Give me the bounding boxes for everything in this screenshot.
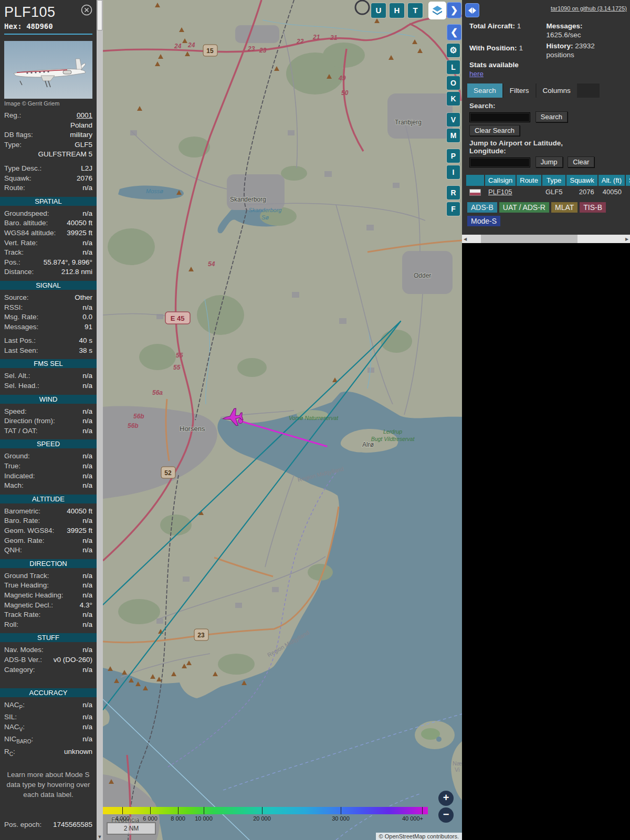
- scroll-right-arrow[interactable]: ▶: [624, 237, 630, 242]
- data-row-label[interactable]: Track:: [4, 248, 24, 258]
- tab-columns[interactable]: Columns: [537, 83, 577, 98]
- map-button-u[interactable]: U: [371, 3, 386, 18]
- hscroll-thumb[interactable]: [481, 235, 578, 243]
- scrollbar-down-arrow[interactable]: ▼: [97, 834, 103, 839]
- data-row-label[interactable]: Pos.:: [4, 258, 20, 268]
- legend-modes[interactable]: Mode-S: [467, 216, 500, 226]
- legend-tisb[interactable]: TIS-B: [580, 202, 606, 213]
- data-row-label[interactable]: TAT / OAT:: [4, 426, 38, 436]
- legend-mlat[interactable]: MLAT: [551, 202, 578, 213]
- map-button-o[interactable]: O: [447, 76, 460, 90]
- collapse-left-button[interactable]: ❮: [447, 24, 461, 40]
- stats-here-link[interactable]: here: [469, 70, 484, 78]
- data-row-label[interactable]: Category:: [4, 665, 35, 675]
- data-row-label[interactable]: Magnetic Heading:: [4, 591, 64, 601]
- data-row-label[interactable]: Squawk:: [4, 174, 32, 184]
- data-row-label[interactable]: QNH:: [4, 545, 22, 555]
- data-row-label[interactable]: Route:: [4, 183, 25, 193]
- map-button-i[interactable]: I: [447, 165, 460, 179]
- data-row-label[interactable]: Roll:: [4, 620, 18, 630]
- data-row-label[interactable]: NACV:: [4, 722, 25, 734]
- data-row-label[interactable]: Barometric:: [4, 507, 40, 517]
- table-row[interactable]: PLF105 GLF5 2076 40050: [466, 187, 630, 197]
- tab-search[interactable]: Search: [467, 83, 502, 98]
- data-row-label[interactable]: Source:: [4, 293, 29, 303]
- expand-right-button[interactable]: ❯: [447, 2, 461, 18]
- close-icon[interactable]: [81, 4, 92, 16]
- data-row-label[interactable]: Mach:: [4, 481, 24, 491]
- data-row-label[interactable]: WGS84 altitude:: [4, 228, 56, 238]
- legend-uat-adsr[interactable]: UAT / ADS-R: [499, 202, 549, 213]
- col-squawk[interactable]: Squawk: [566, 175, 597, 186]
- data-row-label[interactable]: Distance:: [4, 267, 34, 277]
- data-row-label[interactable]: Baro. Rate:: [4, 516, 40, 526]
- data-row-label[interactable]: Last Pos.:: [4, 336, 36, 346]
- jump-button[interactable]: Jump: [536, 156, 563, 167]
- data-row-label[interactable]: Type:: [4, 140, 22, 150]
- map-button-k[interactable]: K: [447, 92, 460, 106]
- zoom-out-button[interactable]: −: [438, 807, 454, 823]
- map-button-t[interactable]: T: [408, 3, 423, 18]
- tab-filters[interactable]: Filters: [503, 83, 536, 98]
- search-button[interactable]: Search: [536, 111, 568, 122]
- data-row-label[interactable]: DB flags:: [4, 130, 33, 140]
- data-row-label[interactable]: Groundspeed:: [4, 209, 49, 219]
- data-row-label[interactable]: Baro. altitude:: [4, 218, 48, 228]
- search-input[interactable]: [469, 112, 530, 122]
- data-row-label[interactable]: Last Seen:: [4, 346, 38, 356]
- data-row-label[interactable]: Indicated:: [4, 471, 35, 481]
- data-row-label[interactable]: Speed:: [4, 407, 27, 417]
- data-row-label[interactable]: Messages:: [4, 322, 38, 332]
- map-button-m[interactable]: M: [447, 129, 460, 142]
- row-callsign-link[interactable]: PLF105: [488, 188, 512, 196]
- col-alt[interactable]: Alt. (ft): [598, 175, 625, 186]
- data-row-label[interactable]: Ground Track:: [4, 571, 49, 581]
- data-row-label[interactable]: Sel. Alt.:: [4, 371, 30, 381]
- data-row-label[interactable]: True Heading:: [4, 581, 49, 591]
- data-row-label[interactable]: Sel. Head.:: [4, 381, 39, 391]
- table-horizontal-scrollbar[interactable]: ◀ ▶: [462, 235, 630, 243]
- settings-gear-button[interactable]: ⚙: [447, 44, 460, 57]
- jump-input[interactable]: [469, 158, 530, 167]
- map-button-v[interactable]: V: [447, 113, 460, 127]
- aircraft-photo[interactable]: [4, 41, 92, 99]
- map-button-f[interactable]: F: [447, 202, 460, 216]
- data-row-label[interactable]: Geom. Rate:: [4, 536, 45, 546]
- data-row-label[interactable]: Type Desc.:: [4, 164, 41, 174]
- col-callsign[interactable]: Callsign: [485, 175, 516, 186]
- data-row-label[interactable]: RSSI:: [4, 303, 23, 313]
- data-row-label[interactable]: Geom. WGS84:: [4, 526, 54, 536]
- map-button-l[interactable]: L: [447, 60, 460, 74]
- data-row-label[interactable]: RC:: [4, 747, 15, 759]
- data-row-label[interactable]: Track Rate:: [4, 610, 40, 620]
- col-spd[interactable]: Spd.: [626, 175, 630, 186]
- zoom-in-button[interactable]: +: [438, 791, 454, 806]
- github-version-link[interactable]: tar1090 on github (3.14.1725): [551, 5, 627, 12]
- scrollbar-thumb[interactable]: [97, 0, 102, 30]
- data-row-label[interactable]: NACP:: [4, 700, 25, 712]
- legend-adsb[interactable]: ADS-B: [467, 202, 497, 213]
- layers-button[interactable]: [428, 2, 446, 19]
- data-row-label[interactable]: Ground:: [4, 452, 30, 461]
- data-row-label[interactable]: NICBARO:: [4, 734, 33, 747]
- clear-search-button[interactable]: Clear Search: [469, 125, 520, 136]
- data-row-label[interactable]: Nav. Modes:: [4, 645, 44, 655]
- scroll-left-arrow[interactable]: ◀: [462, 237, 468, 242]
- sidebar-scrollbar[interactable]: ▼: [97, 0, 103, 840]
- map-button-h[interactable]: H: [390, 3, 404, 18]
- data-row-label[interactable]: Msg. Rate:: [4, 312, 38, 322]
- data-row-label[interactable]: Magnetic Decl.:: [4, 601, 53, 611]
- map-attribution[interactable]: © OpenStreetMap contributors.: [376, 833, 462, 840]
- data-row-label[interactable]: True:: [4, 461, 20, 471]
- col-route[interactable]: Route: [517, 175, 541, 186]
- data-row-label[interactable]: SIL:: [4, 712, 17, 722]
- col-type[interactable]: Type: [542, 175, 566, 186]
- map-button-r[interactable]: R: [447, 186, 460, 200]
- data-row-label[interactable]: Reg.:: [4, 111, 21, 121]
- data-row-label[interactable]: ADS-B Ver.:: [4, 655, 42, 665]
- map-canvas[interactable]: 15 E 45 52 23 24 24 23 23 22 21 21 49 50…: [103, 0, 462, 840]
- panel-width-toggle-button[interactable]: [465, 3, 479, 17]
- col-icon[interactable]: [466, 175, 484, 186]
- data-row-label[interactable]: Vert. Rate:: [4, 238, 38, 248]
- clear-jump-button[interactable]: Clear: [568, 156, 594, 167]
